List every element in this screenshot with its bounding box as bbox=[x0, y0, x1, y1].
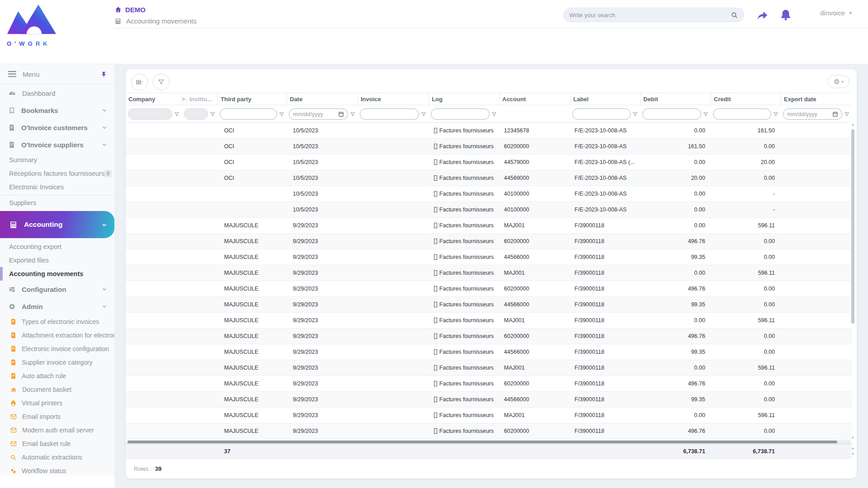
cell-third-party: OCI bbox=[222, 170, 290, 186]
funnel-icon[interactable] bbox=[174, 112, 179, 117]
export-date-filter-input[interactable]: mm/dd/yyyy bbox=[783, 108, 842, 120]
column-header-institution[interactable]: Institu... bbox=[186, 93, 217, 105]
sidebar-item-accounting-export[interactable]: Accounting export bbox=[0, 240, 114, 253]
funnel-icon[interactable] bbox=[632, 112, 638, 117]
sidebar-item-automatic-extractions[interactable]: Automatic extractions bbox=[0, 450, 114, 464]
expand-columns-icon[interactable]: ▶ bbox=[182, 93, 186, 105]
table-row[interactable]: MAJUSCULE 9/29/2023 Factures fournisseur… bbox=[126, 408, 852, 423]
funnel-icon[interactable] bbox=[350, 112, 355, 117]
user-menu[interactable]: dinvoice ▼ bbox=[820, 9, 853, 17]
table-row[interactable]: MAJUSCULE 9/29/2023 Factures fournisseur… bbox=[126, 423, 852, 439]
table-row[interactable]: MAJUSCULE 9/29/2023 Factures fournisseur… bbox=[126, 344, 852, 360]
sidebar-item-accounting-movements[interactable]: Accounting movements bbox=[0, 267, 114, 281]
sidebar-item-email-imports[interactable]: Email imports bbox=[0, 410, 114, 423]
horizontal-scrollbar[interactable] bbox=[127, 440, 851, 444]
sidebar-item-suppliers[interactable]: Suppliers bbox=[0, 196, 114, 210]
sidebar-item-receptions[interactable]: Réceptions factures fournisseurs 0 bbox=[0, 167, 114, 180]
column-header-company[interactable]: Company bbox=[126, 93, 182, 105]
third-party-filter-input[interactable] bbox=[220, 108, 277, 120]
sidebar-item-admin[interactable]: Admin bbox=[0, 298, 114, 315]
table-row[interactable]: 10/5/2023 Factures fournisseurs 40100000… bbox=[126, 202, 852, 218]
sidebar-item-attachment-extraction[interactable]: Attachment extraction for electroni bbox=[0, 328, 114, 342]
columns-button[interactable] bbox=[131, 74, 148, 90]
table-row[interactable]: MAJUSCULE 9/29/2023 Factures fournisseur… bbox=[126, 360, 852, 376]
scroll-up-icon[interactable]: ▲ bbox=[850, 123, 855, 126]
column-header-label[interactable]: Label bbox=[570, 93, 640, 105]
debit-filter-input[interactable] bbox=[642, 108, 701, 120]
table-row[interactable]: OCI 10/5/2023 Factures fournisseurs 1234… bbox=[126, 123, 852, 139]
sidebar-item-dashboard[interactable]: Dashboard bbox=[0, 84, 114, 102]
horizontal-scrollbar-thumb[interactable] bbox=[127, 441, 837, 443]
sidebar-item-exported-files[interactable]: Exported files bbox=[0, 253, 114, 267]
table-row[interactable]: MAJUSCULE 9/29/2023 Factures fournisseur… bbox=[126, 392, 852, 408]
calendar-icon[interactable] bbox=[338, 111, 344, 117]
table-row[interactable]: MAJUSCULE 9/29/2023 Factures fournisseur… bbox=[126, 313, 852, 328]
pin-icon[interactable] bbox=[100, 70, 107, 78]
sidebar-item-oinvoice-customers[interactable]: O'Invoice customers bbox=[0, 119, 114, 136]
sidebar-item-virtual-printers[interactable]: Virtual printers bbox=[0, 396, 114, 410]
calendar-icon[interactable] bbox=[832, 111, 838, 117]
cell-date: 9/29/2023 bbox=[290, 408, 361, 423]
table-row[interactable]: OCI 10/5/2023 Factures fournisseurs 4456… bbox=[126, 170, 852, 186]
funnel-icon[interactable] bbox=[773, 112, 778, 117]
search-icon[interactable] bbox=[731, 11, 738, 19]
breadcrumb[interactable]: DEMO bbox=[114, 6, 146, 14]
column-header-invoice[interactable]: Invoice bbox=[358, 93, 429, 105]
footer-scroll-arrows[interactable]: ▲▼ bbox=[850, 445, 855, 457]
table-row[interactable]: MAJUSCULE 9/29/2023 Factures fournisseur… bbox=[126, 376, 852, 392]
funnel-icon[interactable] bbox=[703, 112, 708, 117]
column-header-account[interactable]: Account bbox=[499, 93, 570, 105]
sidebar-item-document-basket[interactable]: Document basket bbox=[0, 383, 114, 396]
table-row[interactable]: 10/5/2023 Factures fournisseurs 40100000… bbox=[126, 186, 852, 202]
vertical-scrollbar-thumb[interactable] bbox=[851, 129, 854, 324]
funnel-icon[interactable] bbox=[210, 112, 215, 117]
column-header-credit[interactable]: Credit bbox=[711, 93, 781, 105]
sidebar-item-bookmarks[interactable]: Bookmarks bbox=[0, 102, 114, 119]
table-row[interactable]: MAJUSCULE 9/29/2023 Factures fournisseur… bbox=[126, 281, 852, 297]
sidebar-item-workflow-status[interactable]: Workflow status bbox=[0, 464, 114, 478]
sidebar-item-electronic-invoices[interactable]: Electronic Invoices bbox=[0, 180, 114, 194]
menu-header[interactable]: Menu bbox=[0, 64, 114, 84]
table-settings-button[interactable]: ⚙▾ bbox=[828, 75, 849, 88]
funnel-icon[interactable] bbox=[421, 112, 426, 117]
funnel-icon[interactable] bbox=[491, 112, 497, 117]
credit-filter-input[interactable] bbox=[713, 108, 771, 120]
funnel-icon[interactable] bbox=[844, 112, 849, 117]
sidebar-item-electronic-invoice-configuration[interactable]: Electronic invoice configuration bbox=[0, 342, 114, 356]
sidebar-item-types-electronic-invoices[interactable]: Types of electronic invoices bbox=[0, 315, 114, 328]
table-row[interactable]: MAJUSCULE 9/29/2023 Factures fournisseur… bbox=[126, 297, 852, 313]
bell-icon[interactable] bbox=[779, 8, 793, 22]
funnel-icon[interactable] bbox=[279, 112, 284, 117]
table-row[interactable]: OCI 10/5/2023 Factures fournisseurs 6020… bbox=[126, 139, 852, 155]
column-header-third-party[interactable]: Third party bbox=[217, 93, 287, 105]
sidebar-item-auto-attach-rule[interactable]: Auto attach rule bbox=[0, 369, 114, 383]
column-header-date[interactable]: Date bbox=[287, 93, 358, 105]
table-row[interactable]: MAJUSCULE 9/29/2023 Factures fournisseur… bbox=[126, 234, 852, 249]
date-filter-input[interactable]: mm/dd/yyyy bbox=[289, 108, 348, 120]
hamburger-icon[interactable] bbox=[8, 71, 16, 77]
table-row[interactable]: MAJUSCULE 9/29/2023 Factures fournisseur… bbox=[126, 328, 852, 344]
column-header-debit[interactable]: Debit bbox=[640, 93, 711, 105]
column-header-export-date[interactable]: Export date bbox=[781, 93, 852, 105]
table-row[interactable]: MAJUSCULE 9/29/2023 Factures fournisseur… bbox=[126, 265, 852, 281]
sidebar-item-summary[interactable]: Summary bbox=[0, 153, 114, 167]
sidebar-item-email-basket-rule[interactable]: Email basket rule bbox=[0, 437, 114, 450]
log-filter-input[interactable] bbox=[431, 108, 490, 120]
share-icon[interactable] bbox=[755, 8, 769, 22]
table-row[interactable]: MAJUSCULE 9/29/2023 Factures fournisseur… bbox=[126, 249, 852, 265]
invoice-filter-input[interactable] bbox=[360, 108, 419, 120]
table-row[interactable]: MAJUSCULE 9/29/2023 Factures fournisseur… bbox=[126, 218, 852, 234]
sidebar-item-modern-auth-email-server[interactable]: Modern auth email server bbox=[0, 423, 114, 437]
vertical-scrollbar[interactable]: ▲ ▼ bbox=[850, 123, 855, 439]
filter-button[interactable] bbox=[153, 74, 170, 90]
sidebar-item-oinvoice-suppliers[interactable]: O'Invoice suppliers bbox=[0, 136, 114, 153]
sidebar-item-supplier-invoice-category[interactable]: Supplier invoice category bbox=[0, 356, 114, 369]
cell-invoice bbox=[361, 249, 431, 265]
column-header-log[interactable]: Log bbox=[429, 93, 499, 105]
label-filter-input[interactable] bbox=[572, 108, 631, 120]
search-input[interactable] bbox=[569, 12, 731, 19]
table-row[interactable]: OCI 10/5/2023 Factures fournisseurs 4457… bbox=[126, 155, 852, 170]
sidebar-item-accounting[interactable]: Accounting bbox=[0, 211, 114, 238]
sidebar-item-configuration[interactable]: Configuration bbox=[0, 281, 114, 298]
scroll-down-icon[interactable]: ▼ bbox=[850, 436, 855, 439]
